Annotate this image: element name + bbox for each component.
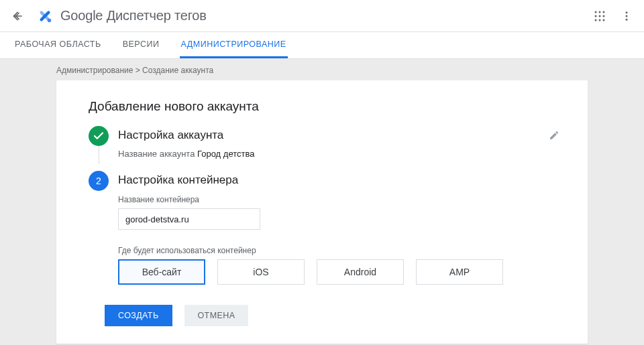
svg-point-15 bbox=[626, 18, 628, 20]
step-2-badge: 2 bbox=[89, 171, 109, 191]
svg-point-13 bbox=[626, 11, 628, 13]
check-icon bbox=[93, 130, 105, 142]
platform-option-ios[interactable]: iOS bbox=[217, 259, 305, 285]
svg-point-12 bbox=[603, 19, 605, 21]
brand-google: Google bbox=[60, 8, 103, 23]
step-connector-line bbox=[99, 146, 99, 164]
account-name-label: Название аккаунта bbox=[118, 149, 195, 159]
brand-product: Диспетчер тегов bbox=[107, 8, 207, 23]
platform-selector: Веб-сайт iOS Android AMP bbox=[118, 259, 561, 285]
svg-point-9 bbox=[603, 15, 605, 17]
form-actions: СОЗДАТЬ ОТМЕНА bbox=[105, 305, 561, 326]
pencil-icon bbox=[549, 130, 559, 141]
account-name-value: Город детства bbox=[197, 149, 254, 159]
svg-point-4 bbox=[595, 11, 597, 13]
svg-point-7 bbox=[595, 15, 597, 17]
svg-point-5 bbox=[599, 11, 601, 13]
svg-point-3 bbox=[48, 18, 51, 21]
platform-option-web[interactable]: Веб-сайт bbox=[118, 259, 205, 285]
svg-point-10 bbox=[595, 19, 597, 21]
svg-point-11 bbox=[599, 19, 601, 21]
app-bar: Google Диспетчер тегов bbox=[0, 0, 644, 32]
back-button-real[interactable] bbox=[9, 8, 25, 24]
product-title: Google Диспетчер тегов bbox=[60, 8, 207, 23]
step-container-setup: 2 Настройка контейнера Название контейне… bbox=[89, 171, 561, 285]
create-account-card: Добавление нового аккаунта Настройка акк… bbox=[56, 80, 588, 344]
gtm-logo-icon bbox=[36, 7, 54, 25]
tab-workspace[interactable]: РАБОЧАЯ ОБЛАСТЬ bbox=[13, 32, 103, 58]
tab-versions[interactable]: ВЕРСИИ bbox=[121, 32, 161, 58]
account-name-row: Название аккаунта Город детства bbox=[118, 149, 561, 159]
svg-point-14 bbox=[626, 15, 628, 17]
card-title: Добавление нового аккаунта bbox=[89, 99, 561, 114]
step-2-title: Настройка контейнера bbox=[118, 174, 238, 187]
tab-bar: РАБОЧАЯ ОБЛАСТЬ ВЕРСИИ АДМИНИСТРИРОВАНИЕ bbox=[0, 32, 644, 59]
create-button[interactable]: СОЗДАТЬ bbox=[105, 305, 172, 326]
step-1-badge-complete bbox=[89, 126, 109, 146]
edit-account-button[interactable] bbox=[547, 129, 561, 142]
product-logo: Google Диспетчер тегов bbox=[36, 7, 207, 25]
container-name-label: Название контейнера bbox=[118, 195, 561, 204]
container-usage-label: Где будет использоваться контейнер bbox=[118, 246, 561, 255]
svg-point-8 bbox=[599, 15, 601, 17]
breadcrumb: Администрирование > Создание аккаунта bbox=[0, 59, 644, 80]
svg-point-6 bbox=[603, 11, 605, 13]
more-menu-button[interactable] bbox=[619, 8, 635, 24]
more-vert-icon bbox=[621, 10, 633, 22]
tab-admin[interactable]: АДМИНИСТРИРОВАНИЕ bbox=[180, 32, 288, 58]
apps-grid-icon bbox=[594, 10, 606, 22]
tag-manager-icon bbox=[36, 7, 54, 25]
cancel-button[interactable]: ОТМЕНА bbox=[184, 305, 249, 326]
google-apps-button[interactable] bbox=[592, 8, 608, 24]
step-1-title: Настройка аккаунта bbox=[118, 129, 223, 142]
arrow-left-icon bbox=[11, 9, 24, 23]
step-account-setup: Настройка аккаунта Название аккаунта Гор… bbox=[89, 126, 561, 159]
platform-option-amp[interactable]: AMP bbox=[416, 259, 503, 285]
platform-option-android[interactable]: Android bbox=[317, 259, 404, 285]
container-name-input[interactable] bbox=[118, 208, 260, 230]
